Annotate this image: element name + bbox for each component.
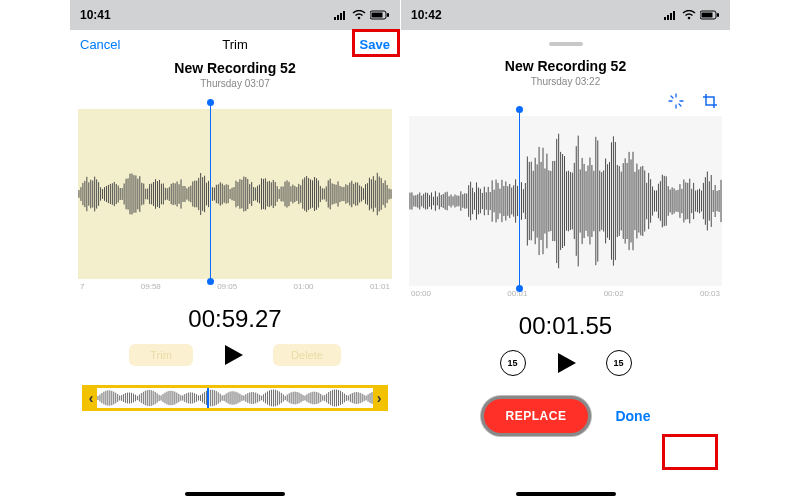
action-row: REPLACE Done: [401, 396, 730, 436]
status-time: 10:41: [80, 8, 111, 22]
tick: 00:02: [604, 289, 624, 298]
home-indicator[interactable]: [516, 492, 616, 496]
tick: 00:00: [411, 289, 431, 298]
play-button[interactable]: [221, 343, 245, 367]
svg-rect-315: [702, 13, 713, 18]
delete-button-disabled: Delete: [273, 344, 341, 366]
recording-duration: 03:22: [575, 76, 600, 87]
controls-row: Trim Delete: [70, 343, 400, 367]
nav-bar: Cancel Trim Save: [70, 30, 400, 58]
svg-line-322: [679, 104, 681, 106]
battery-icon: [370, 10, 390, 20]
playhead[interactable]: [519, 110, 520, 288]
svg-point-313: [688, 17, 691, 20]
sheet-grabber[interactable]: [549, 42, 583, 46]
cancel-button[interactable]: Cancel: [80, 37, 140, 52]
tick: 09:05: [217, 282, 237, 291]
svg-rect-312: [673, 11, 675, 20]
trim-playhead[interactable]: [207, 388, 209, 408]
enhance-icon[interactable]: [668, 93, 684, 112]
waveform-area[interactable]: [78, 109, 392, 279]
time-ticks: 7 09:58 09:05 01:00 01:01: [70, 279, 400, 291]
skip-label: 15: [507, 358, 517, 368]
tick: 7: [80, 282, 84, 291]
trim-handle-right[interactable]: ›: [373, 388, 385, 408]
svg-rect-311: [670, 13, 672, 20]
nav-title: Trim: [222, 37, 248, 52]
highlight-done: [662, 434, 718, 470]
svg-rect-6: [372, 13, 383, 18]
status-time: 10:42: [411, 8, 442, 22]
replace-button[interactable]: REPLACE: [481, 396, 592, 436]
status-icons-group: [664, 10, 720, 20]
svg-line-321: [671, 96, 673, 98]
battery-icon: [700, 10, 720, 20]
timecode: 00:01.55: [401, 312, 730, 340]
svg-marker-168: [225, 345, 243, 365]
trim-handle-left[interactable]: ‹: [85, 388, 97, 408]
tool-row: [401, 87, 730, 116]
svg-rect-0: [334, 17, 336, 20]
play-button[interactable]: [554, 351, 578, 375]
svg-rect-2: [340, 13, 342, 20]
recording-title: New Recording 52: [401, 58, 730, 74]
recording-header: New Recording 52 Thursday 03:07: [70, 60, 400, 89]
recording-day: Thursday: [200, 78, 244, 89]
skip-forward-button[interactable]: 15: [606, 350, 632, 376]
skip-back-button[interactable]: 15: [500, 350, 526, 376]
controls-row: 15 15: [401, 350, 730, 376]
signal-icon: [334, 10, 348, 20]
svg-rect-310: [667, 15, 669, 20]
status-bar: 10:41: [70, 0, 400, 30]
signal-icon: [664, 10, 678, 20]
phone-trim-view: 10:41 Cancel Trim Save New Recording 52: [70, 0, 400, 500]
tick: 00:03: [700, 289, 720, 298]
svg-rect-309: [664, 17, 666, 20]
tick: 09:58: [141, 282, 161, 291]
svg-marker-483: [558, 353, 576, 373]
done-button[interactable]: Done: [615, 408, 650, 424]
tick: 01:01: [370, 282, 390, 291]
waveform-area[interactable]: [409, 116, 722, 286]
trim-button-disabled: Trim: [129, 344, 193, 366]
recording-header: New Recording 52 Thursday 03:22: [401, 58, 730, 87]
home-indicator[interactable]: [185, 492, 285, 496]
status-icons-group: [334, 10, 390, 20]
skip-label: 15: [613, 358, 623, 368]
svg-rect-1: [337, 15, 339, 20]
time-ticks: 00:00 00:01 00:02 00:03: [401, 286, 730, 298]
wifi-icon: [352, 10, 366, 20]
svg-point-4: [358, 17, 361, 20]
crop-icon[interactable]: [702, 93, 718, 112]
svg-rect-316: [717, 13, 719, 17]
recording-title: New Recording 52: [70, 60, 400, 76]
svg-rect-7: [387, 13, 389, 17]
svg-rect-3: [343, 11, 345, 20]
phone-playback-view: 10:42 New Recording 52 Thursday 03:22: [400, 0, 730, 500]
playhead[interactable]: [210, 103, 211, 281]
tick: 01:00: [294, 282, 314, 291]
save-button[interactable]: Save: [330, 37, 390, 52]
recording-duration: 03:07: [245, 78, 270, 89]
trim-mini-wave[interactable]: [97, 388, 373, 408]
timecode: 00:59.27: [70, 305, 400, 333]
status-bar: 10:42: [401, 0, 730, 30]
recording-day: Thursday: [531, 76, 575, 87]
wifi-icon: [682, 10, 696, 20]
trim-scrubber[interactable]: ‹ ›: [82, 385, 388, 411]
